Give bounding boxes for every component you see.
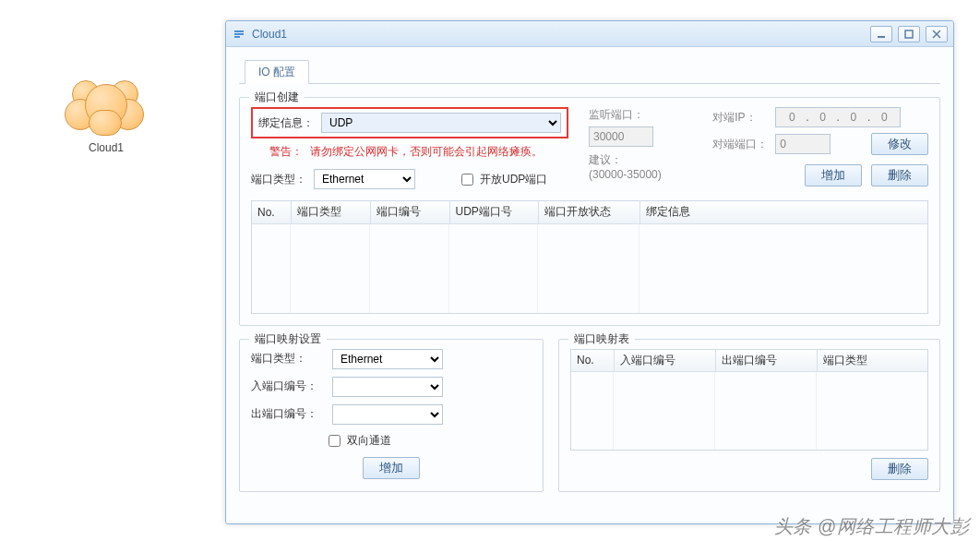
delete-port-button[interactable]: 删除 (871, 164, 928, 186)
config-window: Cloud1 IO 配置 端口创建 绑定信息： UDP (225, 20, 954, 524)
peer-port-input (775, 134, 831, 154)
mapping-table[interactable]: No. 入端口编号 出端口编号 端口类型 (570, 349, 928, 451)
listen-hint-label: 建议： (589, 152, 692, 168)
map-port-type-label: 端口类型： (251, 351, 325, 367)
binding-select[interactable]: UDP (321, 113, 561, 133)
peer-ip-octet-3 (872, 108, 896, 126)
in-port-select[interactable] (332, 377, 443, 397)
map-th-in[interactable]: 入端口编号 (614, 350, 715, 372)
peer-ip-octet-0 (780, 108, 804, 126)
binding-highlight: 绑定信息： UDP (251, 107, 568, 138)
map-th-type[interactable]: 端口类型 (817, 350, 927, 372)
map-port-type-select[interactable]: Ethernet (332, 349, 443, 369)
peer-port-label: 对端端口： (712, 137, 768, 152)
legend-mapping-table: 端口映射表 (568, 331, 635, 347)
cloud-node-label: Cloud1 (55, 141, 157, 154)
port-th-type[interactable]: 端口类型 (291, 201, 370, 223)
group-port-create: 端口创建 绑定信息： UDP 警告： 请勿绑定公网网卡，否则可能会引起网络瘫痪。 (239, 97, 940, 326)
legend-port-create: 端口创建 (249, 90, 305, 105)
legend-mapping-set: 端口映射设置 (249, 331, 327, 347)
maximize-button[interactable] (898, 26, 920, 42)
group-mapping-set: 端口映射设置 端口类型： Ethernet 入端口编号： 出端口编号： (239, 339, 544, 493)
port-type-select[interactable]: Ethernet (314, 169, 415, 189)
bidir-checkbox[interactable]: 双向通道 (325, 432, 391, 450)
minimize-button[interactable] (870, 26, 892, 42)
port-th-udp[interactable]: UDP端口号 (449, 201, 538, 223)
port-th-number[interactable]: 端口编号 (370, 201, 449, 223)
port-table-body[interactable] (252, 224, 927, 313)
bidir-check-input[interactable] (329, 435, 341, 447)
in-port-label: 入端口编号： (251, 379, 325, 394)
listen-port-label: 监听端口： (589, 107, 692, 123)
cloud-icon (65, 78, 148, 134)
map-th-no[interactable]: No. (571, 350, 614, 372)
app-icon (232, 27, 246, 42)
port-th-open[interactable]: 端口开放状态 (538, 201, 639, 223)
open-udp-label: 开放UDP端口 (480, 172, 547, 187)
tab-io-config[interactable]: IO 配置 (245, 60, 309, 84)
warning-label: 警告： (269, 144, 303, 160)
modify-button[interactable]: 修改 (871, 133, 928, 155)
add-port-button[interactable]: 增加 (805, 164, 862, 186)
delete-mapping-button[interactable]: 删除 (871, 458, 928, 480)
bidir-label: 双向通道 (347, 433, 391, 449)
out-port-label: 出端口编号： (251, 406, 325, 422)
listen-port-input (589, 126, 653, 147)
svg-rect-1 (905, 30, 913, 38)
cloud-node[interactable]: Cloud1 (55, 78, 157, 154)
peer-ip-octet-2 (842, 108, 866, 126)
peer-ip-label: 对端IP： (712, 110, 768, 126)
peer-ip-input: . . . (775, 107, 901, 127)
open-udp-check-input[interactable] (461, 174, 473, 186)
port-table[interactable]: No. 端口类型 端口编号 UDP端口号 端口开放状态 绑定信息 (251, 200, 928, 314)
warning-text: 请勿绑定公网网卡，否则可能会引起网络瘫痪。 (310, 144, 543, 160)
window-title: Cloud1 (252, 28, 287, 41)
binding-label: 绑定信息： (258, 115, 314, 131)
group-mapping-table: 端口映射表 No. 入端口编号 出端口编号 端口类型 (558, 339, 940, 493)
out-port-select[interactable] (332, 404, 443, 425)
open-udp-checkbox[interactable]: 开放UDP端口 (458, 171, 547, 188)
port-type-label: 端口类型： (251, 172, 306, 187)
titlebar[interactable]: Cloud1 (226, 21, 953, 47)
mapping-table-body[interactable] (571, 372, 927, 450)
peer-ip-octet-1 (811, 108, 835, 126)
add-mapping-button[interactable]: 增加 (363, 457, 420, 479)
tab-strip: IO 配置 (239, 58, 940, 84)
svg-rect-0 (878, 36, 885, 38)
map-th-out[interactable]: 出端口编号 (715, 350, 817, 372)
close-button[interactable] (926, 26, 948, 42)
port-th-binding[interactable]: 绑定信息 (639, 201, 927, 223)
port-th-no[interactable]: No. (252, 201, 291, 223)
listen-hint-range: (30000-35000) (589, 168, 692, 181)
